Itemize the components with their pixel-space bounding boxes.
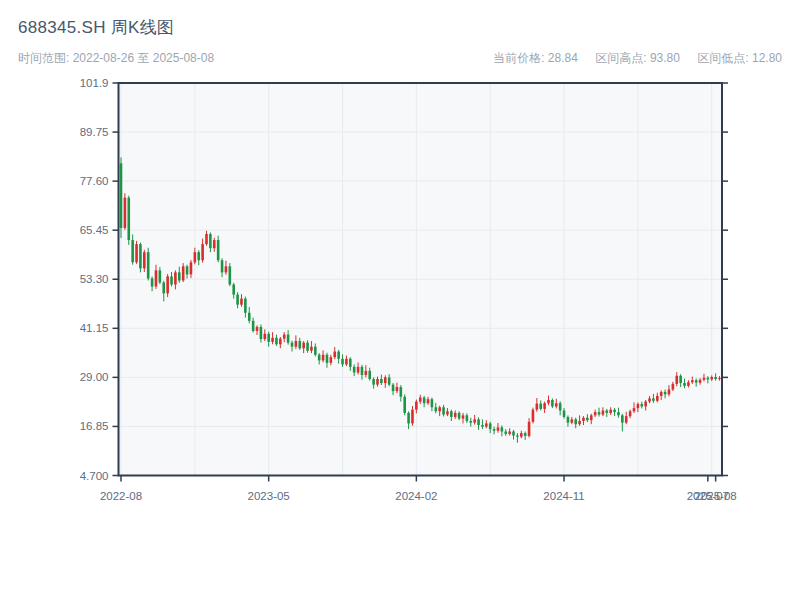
svg-text:2022-08: 2022-08: [100, 490, 142, 502]
svg-text:2025-08: 2025-08: [695, 490, 737, 502]
chart-subheader: 时间范围: 2022-08-26 至 2025-08-08 当前价格: 28.8…: [18, 50, 782, 67]
svg-text:89.75: 89.75: [80, 126, 109, 138]
svg-text:4.700: 4.700: [80, 470, 109, 482]
svg-text:65.45: 65.45: [80, 224, 109, 236]
svg-text:101.9: 101.9: [80, 77, 109, 89]
current-price-stat: 当前价格: 28.84: [493, 51, 578, 65]
svg-text:53.30: 53.30: [80, 273, 109, 285]
svg-text:2023-05: 2023-05: [248, 490, 290, 502]
kline-plot-svg: 101.989.7577.6065.4553.3041.1529.0016.85…: [0, 0, 800, 600]
time-range-label: 时间范围: 2022-08-26 至 2025-08-08: [18, 50, 214, 67]
range-low-stat: 区间低点: 12.80: [697, 51, 782, 65]
svg-text:29.00: 29.00: [80, 371, 109, 383]
range-high-stat: 区间高点: 93.80: [595, 51, 680, 65]
svg-text:2024-02: 2024-02: [395, 490, 437, 502]
kline-chart: 101.989.7577.6065.4553.3041.1529.0016.85…: [0, 0, 800, 600]
svg-text:2024-11: 2024-11: [543, 490, 584, 502]
page-title: 688345.SH 周K线图: [18, 16, 174, 39]
svg-text:41.15: 41.15: [80, 322, 109, 334]
svg-text:16.85: 16.85: [80, 420, 109, 432]
price-stats: 当前价格: 28.84 区间高点: 93.80 区间低点: 12.80: [493, 50, 782, 67]
svg-text:77.60: 77.60: [80, 175, 109, 187]
